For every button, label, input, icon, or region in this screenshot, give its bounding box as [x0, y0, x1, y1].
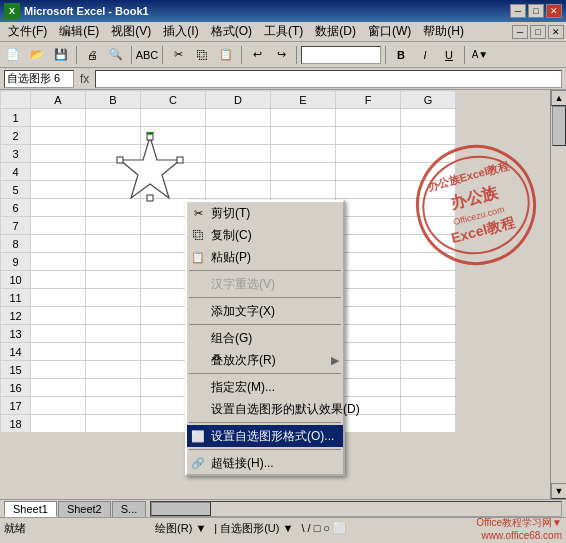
cell-b14[interactable]	[86, 343, 141, 361]
cell-b16[interactable]	[86, 379, 141, 397]
cell-f4[interactable]	[336, 163, 401, 181]
cell-d2[interactable]	[206, 127, 271, 145]
menu-insert[interactable]: 插入(I)	[157, 21, 204, 42]
cell-f16[interactable]	[336, 379, 401, 397]
workbook-close[interactable]: ✕	[548, 25, 564, 39]
cell-a9[interactable]	[31, 253, 86, 271]
cell-a3[interactable]	[31, 145, 86, 163]
copy-button[interactable]: ⿻	[191, 44, 213, 66]
cell-e3[interactable]	[271, 145, 336, 163]
menu-data[interactable]: 数据(D)	[309, 21, 362, 42]
cell-d1[interactable]	[206, 109, 271, 127]
cell-e5[interactable]	[271, 181, 336, 199]
cell-f6[interactable]	[336, 199, 401, 217]
cell-c2[interactable]	[141, 127, 206, 145]
cell-d5[interactable]	[206, 181, 271, 199]
scroll-track[interactable]	[551, 106, 566, 483]
cell-f11[interactable]	[336, 289, 401, 307]
h-scrollbar[interactable]	[150, 501, 562, 517]
workbook-restore[interactable]: □	[530, 25, 546, 39]
cell-f9[interactable]	[336, 253, 401, 271]
menu-file[interactable]: 文件(F)	[2, 21, 53, 42]
redo-button[interactable]: ↪	[270, 44, 292, 66]
cell-a4[interactable]	[31, 163, 86, 181]
cell-f15[interactable]	[336, 361, 401, 379]
cell-b17[interactable]	[86, 397, 141, 415]
cell-b10[interactable]	[86, 271, 141, 289]
ctx-order[interactable]: 叠放次序(R) ▶	[187, 349, 343, 371]
scroll-up[interactable]: ▲	[551, 90, 566, 106]
cell-a15[interactable]	[31, 361, 86, 379]
cell-a7[interactable]	[31, 217, 86, 235]
cell-c3[interactable]	[141, 145, 206, 163]
cell-b15[interactable]	[86, 361, 141, 379]
cell-g10[interactable]	[401, 271, 456, 289]
name-box[interactable]: 自选图形 6	[4, 70, 74, 88]
menu-view[interactable]: 视图(V)	[105, 21, 157, 42]
h-scroll-thumb[interactable]	[151, 502, 211, 516]
cell-g11[interactable]	[401, 289, 456, 307]
ctx-assign-macro[interactable]: 指定宏(M)...	[187, 376, 343, 398]
menu-window[interactable]: 窗口(W)	[362, 21, 417, 42]
cell-d3[interactable]	[206, 145, 271, 163]
close-button[interactable]: ✕	[546, 4, 562, 18]
cell-f2[interactable]	[336, 127, 401, 145]
spell-button[interactable]: ABC	[136, 44, 158, 66]
formula-input[interactable]	[95, 70, 562, 88]
menu-help[interactable]: 帮助(H)	[417, 21, 470, 42]
scroll-down[interactable]: ▼	[551, 483, 566, 499]
cell-g2[interactable]	[401, 127, 456, 145]
cell-b7[interactable]	[86, 217, 141, 235]
zoom-input[interactable]	[301, 46, 381, 64]
cell-b6[interactable]	[86, 199, 141, 217]
cell-f13[interactable]	[336, 325, 401, 343]
cell-c4[interactable]	[141, 163, 206, 181]
sheet-tab-1[interactable]: Sheet1	[4, 501, 57, 517]
cell-a10[interactable]	[31, 271, 86, 289]
cell-f10[interactable]	[336, 271, 401, 289]
cell-e4[interactable]	[271, 163, 336, 181]
cell-f8[interactable]	[336, 235, 401, 253]
ctx-cut[interactable]: ✂ 剪切(T)	[187, 202, 343, 224]
cell-b12[interactable]	[86, 307, 141, 325]
cell-f7[interactable]	[336, 217, 401, 235]
cell-b2[interactable]	[86, 127, 141, 145]
cell-g15[interactable]	[401, 361, 456, 379]
cell-b5[interactable]	[86, 181, 141, 199]
bold-button[interactable]: B	[390, 44, 412, 66]
save-button[interactable]: 💾	[50, 44, 72, 66]
scroll-thumb[interactable]	[552, 106, 566, 146]
cell-a12[interactable]	[31, 307, 86, 325]
cell-a1[interactable]	[31, 109, 86, 127]
cell-b3[interactable]	[86, 145, 141, 163]
cell-a17[interactable]	[31, 397, 86, 415]
new-button[interactable]: 📄	[2, 44, 24, 66]
paste-button[interactable]: 📋	[215, 44, 237, 66]
ctx-group[interactable]: 组合(G)	[187, 327, 343, 349]
preview-button[interactable]: 🔍	[105, 44, 127, 66]
color-button[interactable]: A▼	[469, 44, 491, 66]
print-button[interactable]: 🖨	[81, 44, 103, 66]
cell-a14[interactable]	[31, 343, 86, 361]
cell-a13[interactable]	[31, 325, 86, 343]
workbook-minimize[interactable]: ─	[512, 25, 528, 39]
cell-f14[interactable]	[336, 343, 401, 361]
v-scrollbar[interactable]: ▲ ▼	[550, 90, 566, 499]
cell-b9[interactable]	[86, 253, 141, 271]
ctx-hyperlink[interactable]: 🔗 超链接(H)...	[187, 452, 343, 474]
sheet-tab-2[interactable]: Sheet2	[58, 501, 111, 517]
cell-g13[interactable]	[401, 325, 456, 343]
ctx-set-default[interactable]: 设置自选图形的默认效果(D)	[187, 398, 343, 420]
cell-e2[interactable]	[271, 127, 336, 145]
open-button[interactable]: 📂	[26, 44, 48, 66]
cell-a6[interactable]	[31, 199, 86, 217]
cell-b1[interactable]	[86, 109, 141, 127]
cell-g1[interactable]	[401, 109, 456, 127]
cell-b8[interactable]	[86, 235, 141, 253]
undo-button[interactable]: ↩	[246, 44, 268, 66]
cell-g14[interactable]	[401, 343, 456, 361]
cell-d4[interactable]	[206, 163, 271, 181]
maximize-button[interactable]: □	[528, 4, 544, 18]
cell-g12[interactable]	[401, 307, 456, 325]
cell-f5[interactable]	[336, 181, 401, 199]
